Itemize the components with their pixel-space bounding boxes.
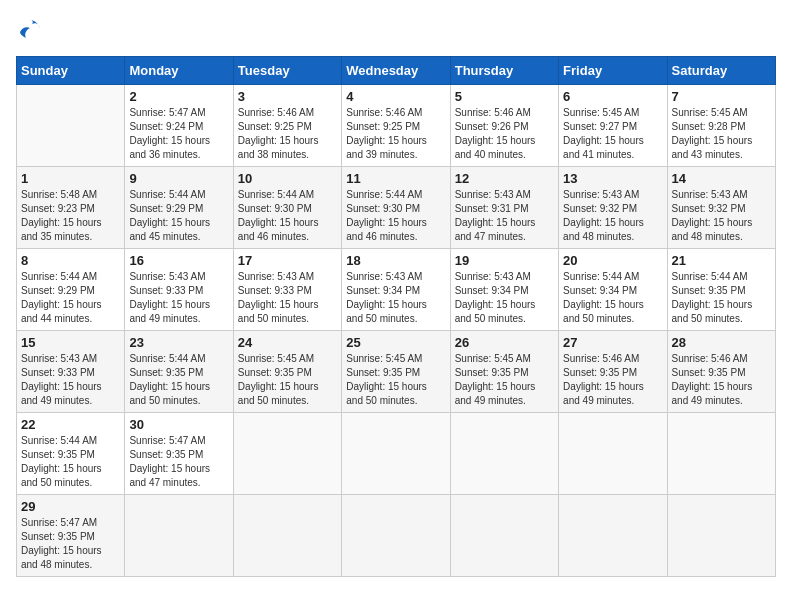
day-number: 4 [346, 89, 445, 104]
calendar-week-4: 22Sunrise: 5:44 AMSunset: 9:35 PMDayligh… [17, 413, 776, 495]
calendar-cell: 17Sunrise: 5:43 AMSunset: 9:33 PMDayligh… [233, 249, 341, 331]
calendar-cell: 7Sunrise: 5:45 AMSunset: 9:28 PMDaylight… [667, 85, 775, 167]
day-number: 24 [238, 335, 337, 350]
day-info: Sunrise: 5:46 AMSunset: 9:25 PMDaylight:… [238, 106, 337, 162]
calendar-cell: 14Sunrise: 5:43 AMSunset: 9:32 PMDayligh… [667, 167, 775, 249]
calendar-cell [233, 495, 341, 577]
calendar-cell [559, 495, 667, 577]
day-number: 3 [238, 89, 337, 104]
calendar-cell: 5Sunrise: 5:46 AMSunset: 9:26 PMDaylight… [450, 85, 558, 167]
calendar-week-0: 2Sunrise: 5:47 AMSunset: 9:24 PMDaylight… [17, 85, 776, 167]
calendar-table: SundayMondayTuesdayWednesdayThursdayFrid… [16, 56, 776, 577]
calendar-cell [667, 495, 775, 577]
day-info: Sunrise: 5:47 AMSunset: 9:35 PMDaylight:… [129, 434, 228, 490]
day-number: 16 [129, 253, 228, 268]
day-info: Sunrise: 5:43 AMSunset: 9:34 PMDaylight:… [346, 270, 445, 326]
calendar-cell: 9Sunrise: 5:44 AMSunset: 9:29 PMDaylight… [125, 167, 233, 249]
calendar-cell: 26Sunrise: 5:45 AMSunset: 9:35 PMDayligh… [450, 331, 558, 413]
day-info: Sunrise: 5:44 AMSunset: 9:29 PMDaylight:… [129, 188, 228, 244]
day-number: 30 [129, 417, 228, 432]
calendar-cell: 21Sunrise: 5:44 AMSunset: 9:35 PMDayligh… [667, 249, 775, 331]
day-info: Sunrise: 5:44 AMSunset: 9:35 PMDaylight:… [21, 434, 120, 490]
days-header-row: SundayMondayTuesdayWednesdayThursdayFrid… [17, 57, 776, 85]
day-number: 11 [346, 171, 445, 186]
calendar-cell: 11Sunrise: 5:44 AMSunset: 9:30 PMDayligh… [342, 167, 450, 249]
calendar-cell: 19Sunrise: 5:43 AMSunset: 9:34 PMDayligh… [450, 249, 558, 331]
calendar-cell [450, 495, 558, 577]
day-number: 19 [455, 253, 554, 268]
day-info: Sunrise: 5:47 AMSunset: 9:35 PMDaylight:… [21, 516, 120, 572]
calendar-week-3: 15Sunrise: 5:43 AMSunset: 9:33 PMDayligh… [17, 331, 776, 413]
day-number: 20 [563, 253, 662, 268]
day-info: Sunrise: 5:45 AMSunset: 9:35 PMDaylight:… [238, 352, 337, 408]
page-header [16, 16, 776, 44]
calendar-week-5: 29Sunrise: 5:47 AMSunset: 9:35 PMDayligh… [17, 495, 776, 577]
calendar-cell: 4Sunrise: 5:46 AMSunset: 9:25 PMDaylight… [342, 85, 450, 167]
day-header-saturday: Saturday [667, 57, 775, 85]
calendar-week-2: 8Sunrise: 5:44 AMSunset: 9:29 PMDaylight… [17, 249, 776, 331]
calendar-cell: 1Sunrise: 5:48 AMSunset: 9:23 PMDaylight… [17, 167, 125, 249]
calendar-cell [342, 413, 450, 495]
day-number: 5 [455, 89, 554, 104]
day-number: 7 [672, 89, 771, 104]
calendar-cell: 23Sunrise: 5:44 AMSunset: 9:35 PMDayligh… [125, 331, 233, 413]
day-header-tuesday: Tuesday [233, 57, 341, 85]
day-info: Sunrise: 5:43 AMSunset: 9:33 PMDaylight:… [21, 352, 120, 408]
calendar-cell: 25Sunrise: 5:45 AMSunset: 9:35 PMDayligh… [342, 331, 450, 413]
calendar-cell: 27Sunrise: 5:46 AMSunset: 9:35 PMDayligh… [559, 331, 667, 413]
day-number: 6 [563, 89, 662, 104]
calendar-cell [559, 413, 667, 495]
day-number: 15 [21, 335, 120, 350]
day-number: 27 [563, 335, 662, 350]
day-number: 26 [455, 335, 554, 350]
day-info: Sunrise: 5:43 AMSunset: 9:32 PMDaylight:… [672, 188, 771, 244]
day-number: 17 [238, 253, 337, 268]
day-info: Sunrise: 5:44 AMSunset: 9:30 PMDaylight:… [346, 188, 445, 244]
calendar-cell [17, 85, 125, 167]
day-info: Sunrise: 5:46 AMSunset: 9:26 PMDaylight:… [455, 106, 554, 162]
day-number: 18 [346, 253, 445, 268]
calendar-cell: 8Sunrise: 5:44 AMSunset: 9:29 PMDaylight… [17, 249, 125, 331]
day-number: 23 [129, 335, 228, 350]
logo-icon [16, 16, 44, 44]
calendar-cell: 18Sunrise: 5:43 AMSunset: 9:34 PMDayligh… [342, 249, 450, 331]
day-number: 25 [346, 335, 445, 350]
calendar-cell: 2Sunrise: 5:47 AMSunset: 9:24 PMDaylight… [125, 85, 233, 167]
day-number: 10 [238, 171, 337, 186]
calendar-cell: 13Sunrise: 5:43 AMSunset: 9:32 PMDayligh… [559, 167, 667, 249]
day-number: 22 [21, 417, 120, 432]
calendar-cell: 20Sunrise: 5:44 AMSunset: 9:34 PMDayligh… [559, 249, 667, 331]
calendar-cell: 16Sunrise: 5:43 AMSunset: 9:33 PMDayligh… [125, 249, 233, 331]
day-number: 13 [563, 171, 662, 186]
day-info: Sunrise: 5:45 AMSunset: 9:35 PMDaylight:… [346, 352, 445, 408]
day-info: Sunrise: 5:45 AMSunset: 9:35 PMDaylight:… [455, 352, 554, 408]
day-info: Sunrise: 5:44 AMSunset: 9:35 PMDaylight:… [672, 270, 771, 326]
day-number: 2 [129, 89, 228, 104]
day-header-thursday: Thursday [450, 57, 558, 85]
calendar-cell [667, 413, 775, 495]
day-info: Sunrise: 5:43 AMSunset: 9:31 PMDaylight:… [455, 188, 554, 244]
day-number: 14 [672, 171, 771, 186]
day-info: Sunrise: 5:44 AMSunset: 9:29 PMDaylight:… [21, 270, 120, 326]
day-number: 9 [129, 171, 228, 186]
day-info: Sunrise: 5:45 AMSunset: 9:27 PMDaylight:… [563, 106, 662, 162]
day-number: 28 [672, 335, 771, 350]
calendar-cell: 28Sunrise: 5:46 AMSunset: 9:35 PMDayligh… [667, 331, 775, 413]
day-header-wednesday: Wednesday [342, 57, 450, 85]
calendar-cell [342, 495, 450, 577]
day-number: 1 [21, 171, 120, 186]
day-info: Sunrise: 5:46 AMSunset: 9:35 PMDaylight:… [563, 352, 662, 408]
day-info: Sunrise: 5:44 AMSunset: 9:35 PMDaylight:… [129, 352, 228, 408]
calendar-cell: 22Sunrise: 5:44 AMSunset: 9:35 PMDayligh… [17, 413, 125, 495]
day-info: Sunrise: 5:43 AMSunset: 9:34 PMDaylight:… [455, 270, 554, 326]
calendar-cell: 30Sunrise: 5:47 AMSunset: 9:35 PMDayligh… [125, 413, 233, 495]
day-info: Sunrise: 5:44 AMSunset: 9:34 PMDaylight:… [563, 270, 662, 326]
calendar-cell: 12Sunrise: 5:43 AMSunset: 9:31 PMDayligh… [450, 167, 558, 249]
day-info: Sunrise: 5:47 AMSunset: 9:24 PMDaylight:… [129, 106, 228, 162]
day-number: 21 [672, 253, 771, 268]
day-header-monday: Monday [125, 57, 233, 85]
day-info: Sunrise: 5:43 AMSunset: 9:33 PMDaylight:… [129, 270, 228, 326]
calendar-cell: 29Sunrise: 5:47 AMSunset: 9:35 PMDayligh… [17, 495, 125, 577]
day-number: 12 [455, 171, 554, 186]
day-header-friday: Friday [559, 57, 667, 85]
